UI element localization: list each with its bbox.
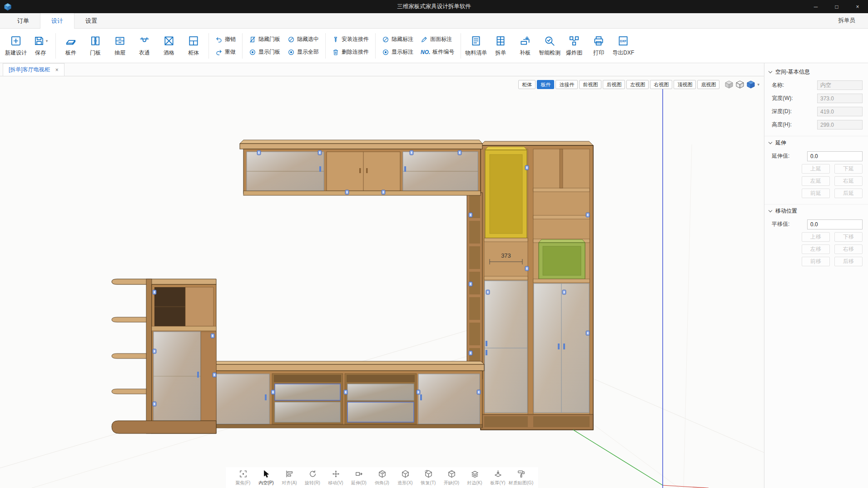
face-annotation-button[interactable]: 面面标注 (421, 35, 454, 44)
cabinet-top-row[interactable] (240, 140, 482, 195)
show-all-button[interactable]: 显示全部 (288, 47, 319, 57)
view-cube-outline-icon[interactable] (735, 80, 744, 89)
panel-button[interactable]: 板件 (59, 30, 83, 62)
save-button[interactable]: ▾ 保存 (28, 30, 53, 62)
extend-back-button[interactable]: 后延 (834, 189, 863, 198)
wine-rack-button[interactable]: 酒格 (157, 30, 181, 62)
close-button[interactable]: × (847, 0, 868, 13)
door-panel-button[interactable]: 门板 (83, 30, 108, 62)
undo-button[interactable]: 撤销 (215, 35, 236, 44)
view-bottom-button[interactable]: 底视图 (697, 80, 719, 89)
view-cube-blue-icon[interactable] (746, 80, 755, 89)
hide-doors-button[interactable]: 隐藏门板 (249, 35, 280, 44)
maximize-button[interactable]: □ (826, 0, 847, 13)
highlighted-space-green[interactable] (539, 239, 585, 279)
view-right-button[interactable]: 右视图 (650, 80, 672, 89)
view-cube-gray-icon[interactable] (724, 80, 734, 89)
extend-tool[interactable]: 延伸(D) (348, 469, 370, 486)
section-move-header[interactable]: 移动位置 (764, 204, 868, 218)
cabinet-right-unit[interactable] (481, 141, 593, 430)
delete-connector-button[interactable]: 删除连接件 (332, 47, 369, 57)
move-front-button[interactable]: 前移 (802, 257, 830, 266)
chevron-down-icon (769, 69, 772, 73)
hide-selected-button[interactable]: 隐藏选中 (288, 35, 319, 44)
edge-band-tool[interactable]: 封边(K) (464, 469, 486, 486)
depth-field[interactable] (817, 107, 863, 116)
extend-right-button[interactable]: 右延 (834, 176, 863, 186)
focus-tool[interactable]: 聚焦(F) (233, 469, 254, 486)
view-top-button[interactable]: 顶视图 (674, 80, 696, 89)
move-right-button[interactable]: 右移 (834, 244, 863, 254)
move-up-button[interactable]: 上移 (802, 232, 830, 242)
show-doors-button[interactable]: 显示门板 (249, 47, 280, 57)
view-back-button[interactable]: 后视图 (603, 80, 625, 89)
bom-button[interactable]: 物料清单 (464, 30, 488, 62)
extend-front-button[interactable]: 前延 (802, 189, 830, 198)
view-cabinet-button[interactable]: 柜体 (518, 80, 536, 89)
cabinet-left-unit[interactable] (112, 279, 216, 433)
toolbar-separator (55, 33, 56, 59)
redo-button[interactable]: 重做 (215, 47, 236, 57)
exploded-view-button[interactable]: 爆炸图 (562, 30, 586, 62)
notch-icon (447, 469, 456, 478)
show-annotation-icon (382, 49, 389, 56)
tab-order[interactable]: 订单 (6, 13, 40, 28)
menu-bar: 订单 设计 设置 拆单员 (0, 13, 868, 29)
shape-tool[interactable]: 造形(X) (395, 469, 416, 486)
move-back-button[interactable]: 后移 (834, 257, 863, 266)
view-cube-dropdown-arrow[interactable]: ▾ (757, 82, 759, 87)
section-basic-info-header[interactable]: 空间-基本信息 (764, 65, 868, 79)
move-tool[interactable]: 移动(V) (325, 469, 347, 486)
name-field[interactable] (817, 80, 863, 90)
move-value-input[interactable] (807, 219, 863, 229)
3d-viewport[interactable]: 373 柜体 板件 连接件 前视图 后视图 左视图 (0, 76, 764, 488)
panel-thickness-tool[interactable]: 板厚(Y) (487, 469, 509, 486)
minimize-button[interactable]: ─ (805, 0, 826, 13)
height-field[interactable] (817, 120, 863, 129)
extend-up-button[interactable]: 上延 (802, 164, 830, 174)
patch-panel-button[interactable]: 补板 (513, 30, 537, 62)
cabinet-tv-bench[interactable] (193, 361, 484, 428)
extend-left-button[interactable]: 左延 (802, 176, 830, 186)
cabinet-body-button[interactable]: 柜体 (181, 30, 206, 62)
save-icon (33, 35, 45, 47)
view-front-button[interactable]: 前视图 (579, 80, 601, 89)
field-depth: 深度(D): (764, 105, 868, 118)
extend-down-button[interactable]: 下延 (834, 164, 863, 174)
export-dxf-button[interactable]: DXF 导出DXF (611, 30, 635, 62)
split-order-button[interactable]: 拆单 (488, 30, 513, 62)
selected-interior-space[interactable] (485, 147, 527, 238)
view-panel-button[interactable]: 板件 (537, 80, 554, 89)
width-field[interactable] (817, 94, 863, 103)
extend-value-input[interactable] (807, 151, 863, 161)
print-button[interactable]: 打印 (586, 30, 611, 62)
show-annotation-button[interactable]: 显示标注 (382, 47, 413, 57)
panel-number-button[interactable]: NO.板件编号 (421, 47, 454, 57)
document-tab-label: [拆单]客厅电视柜 (9, 66, 50, 74)
move-down-button[interactable]: 下移 (834, 232, 863, 242)
rotate-tool[interactable]: 旋转(R) (302, 469, 323, 486)
hide-annotation-button[interactable]: 隐藏标注 (382, 35, 413, 44)
new-design-button[interactable]: 新建设计 (4, 30, 28, 62)
install-connector-button[interactable]: 安装连接件 (332, 35, 369, 44)
view-connector-button[interactable]: 连接件 (556, 80, 578, 89)
document-tab-close-icon[interactable]: × (55, 67, 59, 73)
clothes-rail-button[interactable]: 衣通 (132, 30, 157, 62)
document-tab[interactable]: [拆单]客厅电视柜 × (3, 63, 64, 76)
tab-settings[interactable]: 设置 (74, 13, 108, 28)
chamfer-tool[interactable]: 倒角(J) (372, 469, 393, 486)
interior-space-tool[interactable]: 内空(P) (256, 469, 277, 486)
align-tool[interactable]: 对齐(A) (279, 469, 300, 486)
save-dropdown-arrow[interactable]: ▾ (46, 39, 48, 43)
restore-tool[interactable]: 恢复(T) (418, 469, 439, 486)
move-left-button[interactable]: 左移 (802, 244, 830, 254)
tab-design[interactable]: 设计 (40, 13, 74, 29)
smart-detect-button[interactable]: 智能检测 (537, 30, 562, 62)
3d-scene-canvas[interactable]: 373 (0, 76, 764, 488)
section-extend-header[interactable]: 延伸 (764, 136, 868, 149)
drawer-button[interactable]: 抽屉 (108, 30, 132, 62)
notch-tool[interactable]: 开缺(O) (441, 469, 462, 486)
hide-selected-icon (288, 36, 295, 43)
view-left-button[interactable]: 左视图 (626, 80, 649, 89)
material-texture-tool[interactable]: 材质贴图(G) (511, 469, 532, 486)
